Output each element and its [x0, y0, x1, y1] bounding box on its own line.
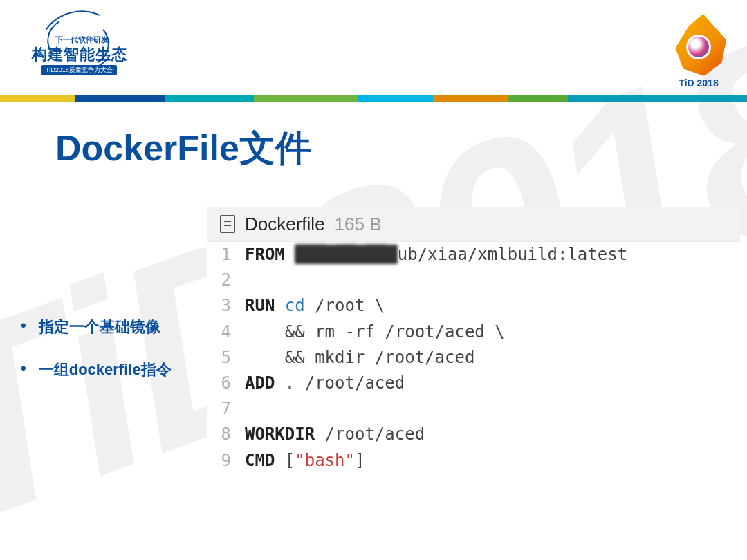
- line-content: [245, 396, 255, 422]
- bullet-item: 指定一个基础镜像: [21, 317, 208, 337]
- code-line: 4 && rm -rf /root/aced \: [208, 319, 740, 345]
- code-line: 2: [208, 268, 740, 293]
- code-file-header: Dockerfile 165 B: [208, 207, 740, 242]
- bullet-list: 指定一个基础镜像 一组dockerfile指令: [21, 317, 208, 402]
- code-line: 7: [208, 396, 740, 422]
- logo-subtitle: 下一代软件研发: [47, 35, 116, 45]
- file-size: 165 B: [335, 214, 382, 235]
- conference-logo-left: 下一代软件研发 构建智能生态 TiD2018质量竞争力大会: [21, 14, 138, 83]
- line-number: 2: [208, 268, 245, 293]
- line-number: 5: [208, 345, 245, 371]
- line-content: FROM ███.██ ██.ub/xiaa/xmlbuild:latest: [245, 242, 627, 268]
- code-line: 3RUN cd /root \: [208, 293, 740, 319]
- line-content: RUN cd /root \: [245, 293, 385, 319]
- code-line: 8WORKDIR /root/aced: [208, 422, 740, 447]
- logo-title: 构建智能生态: [32, 44, 127, 65]
- file-icon: [220, 215, 235, 233]
- line-content: CMD ["bash"]: [245, 448, 365, 474]
- conference-logo-right: TiD 2018: [671, 14, 726, 88]
- bullet-item: 一组dockerfile指令: [21, 360, 208, 380]
- slide-title: DockerFile文件: [55, 124, 311, 173]
- line-content: WORKDIR /root/aced: [245, 422, 425, 447]
- code-line: 1FROM ███.██ ██.ub/xiaa/xmlbuild:latest: [208, 242, 740, 268]
- flame-icon: [671, 14, 726, 76]
- line-number: 3: [208, 293, 245, 319]
- line-number: 7: [208, 396, 245, 422]
- line-number: 6: [208, 371, 245, 396]
- logo-tagline: TiD2018质量竞争力大会: [42, 65, 117, 75]
- header: 下一代软件研发 构建智能生态 TiD2018质量竞争力大会 TiD 2018: [0, 0, 747, 97]
- code-line: 9CMD ["bash"]: [208, 448, 740, 474]
- line-number: 8: [208, 422, 245, 447]
- code-line: 5 && mkdir /root/aced: [208, 345, 740, 371]
- line-content: [245, 268, 255, 293]
- code-panel: Dockerfile 165 B 1FROM ███.██ ██.ub/xiaa…: [208, 207, 740, 491]
- line-content: ADD . /root/aced: [245, 371, 405, 396]
- code-body: 1FROM ███.██ ██.ub/xiaa/xmlbuild:latest2…: [208, 242, 740, 474]
- line-content: && rm -rf /root/aced \: [245, 319, 505, 345]
- color-stripe: [0, 95, 747, 102]
- file-name: Dockerfile: [245, 214, 325, 235]
- code-line: 6ADD . /root/aced: [208, 371, 740, 396]
- line-number: 1: [208, 242, 245, 268]
- line-content: && mkdir /root/aced: [245, 345, 474, 371]
- line-number: 9: [208, 448, 245, 474]
- line-number: 4: [208, 319, 245, 345]
- flame-label: TiD 2018: [671, 77, 726, 88]
